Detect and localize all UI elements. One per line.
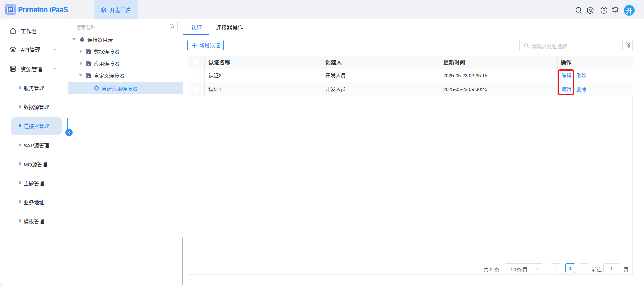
svg-text:P: P [9, 7, 12, 12]
svg-text:AI: AI [589, 9, 592, 12]
